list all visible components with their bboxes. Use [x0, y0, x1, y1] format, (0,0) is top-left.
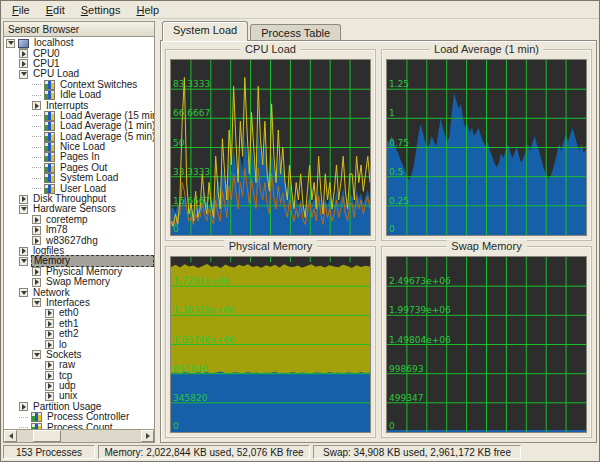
expand-toggle-icon[interactable] — [32, 226, 41, 235]
tree-item-udp[interactable]: udp — [4, 381, 154, 391]
tree-item-tcp[interactable]: tcp — [4, 371, 154, 381]
collapse-toggle-icon[interactable] — [19, 205, 28, 214]
collapse-toggle-icon[interactable] — [19, 70, 28, 79]
process-count-status: 153 Processes — [3, 445, 95, 459]
tree-item-cpu1[interactable]: CPU1 — [4, 59, 154, 69]
menu-edit[interactable]: Edit — [39, 3, 72, 17]
tree-item-cpu-load[interactable]: CPU Load — [4, 69, 154, 79]
collapse-toggle-icon[interactable] — [19, 257, 28, 266]
tree-branch-line — [19, 417, 28, 418]
svg-text:83.3333: 83.3333 — [173, 79, 210, 89]
system-load-worksheet: CPU Load 83.333366.66675033.333316.66670… — [160, 40, 597, 443]
load-average-group: Load Average (1 min) 1.2510.750.50.250 — [381, 49, 592, 241]
tree-item-label: Load Average (1 min) — [58, 121, 154, 131]
tree-item-label: unix — [57, 391, 79, 401]
cpu-load-chart: 83.333366.66675033.333316.66670 — [170, 59, 371, 236]
tree-item-coretemp[interactable]: coretemp — [4, 215, 154, 225]
scrollbar-thumb[interactable] — [33, 430, 61, 442]
tree-item-label: CPU Load — [31, 69, 81, 79]
tree-branch-line — [32, 115, 41, 116]
expand-toggle-icon[interactable] — [32, 267, 41, 276]
load-average-title: Load Average (1 min) — [429, 43, 544, 55]
physical-memory-chart: 1.7291e+061.38328e+061.03746e+0669164034… — [170, 256, 371, 433]
sensor-chart-icon — [44, 80, 55, 90]
main-area: Sensor Browser localhostCPU0CPU1CPU Load… — [1, 19, 599, 443]
expand-toggle-icon[interactable] — [45, 340, 54, 349]
expand-toggle-icon[interactable] — [45, 330, 54, 339]
swap-memory-title: Swap Memory — [446, 240, 526, 252]
expand-toggle-icon[interactable] — [19, 49, 28, 58]
tree-item-lm78[interactable]: lm78 — [4, 225, 154, 235]
svg-text:1.25: 1.25 — [389, 79, 409, 89]
svg-text:0: 0 — [389, 224, 395, 234]
svg-text:1.99739e+06: 1.99739e+06 — [389, 305, 451, 315]
tree-branch-line — [32, 178, 41, 179]
tree-item-sockets[interactable]: Sockets — [4, 350, 154, 360]
svg-text:345820: 345820 — [173, 393, 208, 403]
svg-text:998693: 998693 — [389, 364, 423, 374]
expand-toggle-icon[interactable] — [45, 371, 54, 380]
sensor-chart-icon — [44, 163, 55, 173]
menu-file[interactable]: File — [5, 3, 37, 17]
tab-process-table[interactable]: Process Table — [250, 24, 341, 41]
tree-item-system-load[interactable]: System Load — [4, 173, 154, 183]
sensor-chart-icon — [44, 121, 55, 131]
expand-toggle-icon[interactable] — [45, 319, 54, 328]
tree-item-load-average-1-min[interactable]: Load Average (1 min) — [4, 121, 154, 131]
physical-memory-title: Physical Memory — [224, 240, 318, 252]
memory-status: Memory: 2,022,844 KB used, 52,076 KB fre… — [98, 445, 310, 459]
swap-status: Swap: 34,908 KB used, 2,961,172 KB free — [313, 445, 521, 459]
scrollbar-track[interactable] — [17, 430, 141, 442]
svg-text:1: 1 — [389, 108, 395, 118]
expand-toggle-icon[interactable] — [32, 236, 41, 245]
scroll-left-icon[interactable] — [4, 430, 17, 442]
tree-item-eth0[interactable]: eth0 — [4, 308, 154, 318]
expand-toggle-icon[interactable] — [32, 101, 41, 110]
tree-item-idle-load[interactable]: Idle Load — [4, 90, 154, 100]
tree-item-label: eth0 — [57, 308, 80, 318]
tree-horizontal-scrollbar[interactable] — [4, 429, 154, 442]
physical-memory-group: Physical Memory 1.7291e+061.38328e+061.0… — [165, 246, 376, 438]
expand-toggle-icon[interactable] — [45, 361, 54, 370]
tree-item-interfaces[interactable]: Interfaces — [4, 298, 154, 308]
tree-item-label: Pages In — [58, 152, 101, 162]
tree-item-eth2[interactable]: eth2 — [4, 329, 154, 339]
collapse-toggle-icon[interactable] — [32, 298, 41, 307]
svg-text:2.49673e+06: 2.49673e+06 — [389, 276, 451, 286]
svg-text:50: 50 — [173, 138, 185, 148]
expand-toggle-icon[interactable] — [32, 278, 41, 287]
tree-item-process-controller[interactable]: Process Controller — [4, 412, 154, 422]
expand-toggle-icon[interactable] — [45, 392, 54, 401]
menu-settings[interactable]: Settings — [74, 3, 128, 17]
menu-help[interactable]: Help — [129, 3, 166, 17]
tree-item-label: Swap Memory — [44, 277, 112, 287]
expand-toggle-icon[interactable] — [32, 215, 41, 224]
tree-item-label: System Load — [58, 173, 120, 183]
expand-toggle-icon[interactable] — [19, 402, 28, 411]
svg-text:1.7291e+06: 1.7291e+06 — [173, 276, 229, 286]
tree-item-label: Process Controller — [45, 412, 131, 422]
svg-text:1.03746e+06: 1.03746e+06 — [173, 335, 235, 345]
tree-branch-line — [32, 136, 41, 137]
sensor-chart-icon — [44, 90, 55, 100]
scroll-right-icon[interactable] — [141, 430, 154, 442]
expand-toggle-icon[interactable] — [19, 59, 28, 68]
collapse-toggle-icon[interactable] — [32, 350, 41, 359]
expand-toggle-icon[interactable] — [19, 195, 28, 204]
tree-item-eth1[interactable]: eth1 — [4, 319, 154, 329]
svg-text:0.75: 0.75 — [389, 138, 409, 148]
expand-toggle-icon[interactable] — [45, 309, 54, 318]
sensor-tree: localhostCPU0CPU1CPU LoadContext Switche… — [4, 37, 154, 429]
expand-toggle-icon[interactable] — [19, 247, 28, 256]
svg-text:0: 0 — [173, 224, 179, 234]
tree-item-localhost[interactable]: localhost — [4, 38, 154, 48]
sensor-browser-panel: Sensor Browser localhostCPU0CPU1CPU Load… — [3, 21, 155, 443]
tree-item-swap-memory[interactable]: Swap Memory — [4, 277, 154, 287]
collapse-toggle-icon[interactable] — [19, 288, 28, 297]
tree-item-raw[interactable]: raw — [4, 360, 154, 370]
collapse-toggle-icon[interactable] — [6, 39, 15, 48]
tab-system-load[interactable]: System Load — [162, 21, 248, 41]
tree-item-cpu0[interactable]: CPU0 — [4, 48, 154, 58]
expand-toggle-icon[interactable] — [45, 382, 54, 391]
tree-item-w83627dhg[interactable]: w83627dhg — [4, 235, 154, 245]
